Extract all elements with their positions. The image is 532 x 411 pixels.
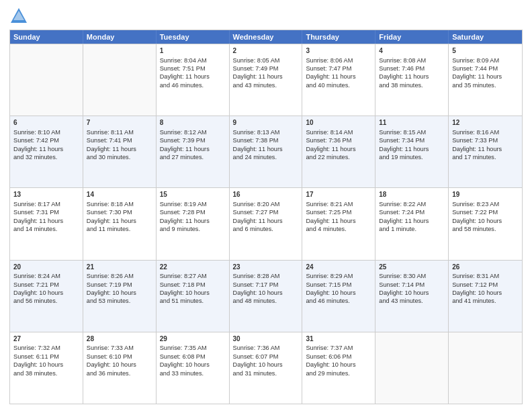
- day-info-line: Daylight: 11 hours: [306, 73, 371, 81]
- day-info-line: Sunset: 7:38 PM: [233, 136, 299, 144]
- day-info-line: Sunrise: 8:27 AM: [160, 272, 226, 280]
- day-info-line: Daylight: 10 hours: [87, 289, 152, 297]
- day-info-line: Sunset: 6:11 PM: [13, 353, 79, 361]
- day-info-line: Sunset: 7:39 PM: [160, 136, 226, 144]
- day-cell-21: 21Sunrise: 8:26 AMSunset: 7:19 PMDayligh…: [83, 261, 157, 332]
- day-info-line: and 41 minutes.: [452, 297, 519, 305]
- header: [9, 7, 523, 26]
- header-day-thursday: Thursday: [302, 30, 375, 44]
- day-info-line: Daylight: 10 hours: [379, 289, 445, 297]
- day-info-line: Sunrise: 7:32 AM: [13, 344, 79, 352]
- day-number: 29: [160, 334, 226, 344]
- day-cell-1: 1Sunrise: 8:04 AMSunset: 7:51 PMDaylight…: [157, 44, 230, 116]
- day-info-line: Sunset: 7:47 PM: [306, 64, 371, 73]
- day-info-line: and 48 minutes.: [233, 297, 299, 305]
- day-info-line: Daylight: 11 hours: [160, 73, 226, 81]
- calendar-row-2: 6Sunrise: 8:10 AMSunset: 7:42 PMDaylight…: [10, 116, 522, 187]
- day-info-line: Sunrise: 8:06 AM: [306, 56, 371, 64]
- day-info-line: Sunset: 7:34 PM: [379, 136, 445, 144]
- day-info-line: Sunset: 7:41 PM: [87, 136, 152, 144]
- day-info-line: Daylight: 11 hours: [160, 217, 226, 225]
- day-number: 16: [233, 190, 299, 199]
- day-info-line: Sunrise: 7:35 AM: [160, 344, 226, 352]
- day-number: 20: [13, 263, 79, 272]
- day-number: 28: [87, 334, 152, 344]
- day-number: 31: [306, 334, 371, 344]
- day-info-line: and 38 minutes.: [379, 81, 445, 89]
- day-cell-15: 15Sunrise: 8:19 AMSunset: 7:28 PMDayligh…: [157, 188, 230, 259]
- calendar-header: SundayMondayTuesdayWednesdayThursdayFrid…: [10, 30, 522, 44]
- day-info-line: and 36 minutes.: [87, 369, 152, 377]
- day-info-line: and 30 minutes.: [87, 153, 152, 161]
- day-info-line: and 14 minutes.: [13, 225, 79, 233]
- day-info-line: and 43 minutes.: [379, 297, 445, 305]
- day-info-line: and 11 minutes.: [87, 225, 152, 233]
- day-info-line: Daylight: 11 hours: [452, 145, 519, 153]
- day-cell-23: 23Sunrise: 8:28 AMSunset: 7:17 PMDayligh…: [230, 261, 303, 332]
- day-info-line: and 46 minutes.: [306, 297, 371, 305]
- day-info-line: and 35 minutes.: [452, 81, 519, 89]
- day-info-line: Sunrise: 8:24 AM: [13, 272, 79, 280]
- day-info-line: and 33 minutes.: [160, 369, 226, 377]
- day-info-line: Daylight: 11 hours: [233, 145, 299, 153]
- day-number: 9: [233, 118, 299, 128]
- day-number: 25: [379, 263, 445, 272]
- day-cell-2: 2Sunrise: 8:05 AMSunset: 7:49 PMDaylight…: [230, 44, 303, 116]
- day-info-line: and 38 minutes.: [13, 369, 79, 377]
- day-info-line: Daylight: 10 hours: [306, 361, 371, 369]
- day-info-line: and 53 minutes.: [87, 297, 152, 305]
- day-number: 15: [160, 190, 226, 199]
- day-cell-28: 28Sunrise: 7:33 AMSunset: 6:10 PMDayligh…: [83, 332, 157, 404]
- day-info-line: Daylight: 10 hours: [13, 289, 79, 297]
- logo-icon: [9, 7, 28, 26]
- day-info-line: and 58 minutes.: [452, 225, 519, 233]
- day-info-line: Daylight: 10 hours: [13, 361, 79, 369]
- day-info-line: Sunset: 7:24 PM: [379, 208, 445, 216]
- day-info-line: Daylight: 10 hours: [87, 361, 152, 369]
- day-info-line: Sunrise: 8:29 AM: [306, 272, 371, 280]
- day-info-line: Sunset: 7:31 PM: [13, 208, 79, 216]
- day-info-line: Sunset: 7:14 PM: [379, 281, 445, 289]
- day-info-line: Sunrise: 8:05 AM: [233, 56, 299, 64]
- day-info-line: Sunrise: 8:11 AM: [87, 128, 152, 136]
- header-day-wednesday: Wednesday: [230, 30, 303, 44]
- day-info-line: Sunrise: 8:12 AM: [160, 128, 226, 136]
- page: SundayMondayTuesdayWednesdayThursdayFrid…: [0, 0, 532, 411]
- calendar-body: 1Sunrise: 8:04 AMSunset: 7:51 PMDaylight…: [10, 44, 522, 404]
- day-info-line: Sunset: 7:49 PM: [233, 64, 299, 73]
- day-cell-13: 13Sunrise: 8:17 AMSunset: 7:31 PMDayligh…: [10, 188, 83, 259]
- day-number: 11: [379, 118, 445, 128]
- day-cell-12: 12Sunrise: 8:16 AMSunset: 7:33 PMDayligh…: [449, 116, 522, 187]
- day-info-line: Daylight: 10 hours: [452, 289, 519, 297]
- day-number: 6: [13, 118, 79, 128]
- day-info-line: Daylight: 11 hours: [306, 217, 371, 225]
- day-info-line: Daylight: 10 hours: [160, 289, 226, 297]
- day-info-line: Sunrise: 8:30 AM: [379, 272, 445, 280]
- day-number: 21: [87, 263, 152, 272]
- day-info-line: Daylight: 11 hours: [379, 73, 445, 81]
- day-info-line: Sunset: 7:18 PM: [160, 281, 226, 289]
- day-info-line: Daylight: 11 hours: [233, 217, 299, 225]
- day-number: 2: [233, 46, 299, 56]
- day-info-line: and 9 minutes.: [160, 225, 226, 233]
- empty-cell: [375, 332, 449, 404]
- day-info-line: Sunset: 7:44 PM: [452, 64, 519, 73]
- day-info-line: Daylight: 11 hours: [379, 217, 445, 225]
- day-cell-16: 16Sunrise: 8:20 AMSunset: 7:27 PMDayligh…: [230, 188, 303, 259]
- day-number: 19: [452, 190, 519, 199]
- day-number: 12: [452, 118, 519, 128]
- day-cell-29: 29Sunrise: 7:35 AMSunset: 6:08 PMDayligh…: [157, 332, 230, 404]
- day-info-line: and 31 minutes.: [233, 369, 299, 377]
- day-info-line: Sunset: 6:08 PM: [160, 353, 226, 361]
- day-info-line: Sunrise: 8:14 AM: [306, 128, 371, 136]
- day-info-line: Sunset: 7:30 PM: [87, 208, 152, 216]
- day-cell-9: 9Sunrise: 8:13 AMSunset: 7:38 PMDaylight…: [230, 116, 303, 187]
- day-info-line: Sunrise: 8:18 AM: [87, 200, 152, 208]
- day-cell-11: 11Sunrise: 8:15 AMSunset: 7:34 PMDayligh…: [375, 116, 449, 187]
- day-info-line: Sunrise: 7:37 AM: [306, 344, 371, 352]
- day-info-line: Sunset: 6:06 PM: [306, 353, 371, 361]
- day-cell-22: 22Sunrise: 8:27 AMSunset: 7:18 PMDayligh…: [157, 261, 230, 332]
- day-number: 5: [452, 46, 519, 56]
- day-info-line: Sunset: 7:15 PM: [306, 281, 371, 289]
- day-info-line: Sunset: 7:28 PM: [160, 208, 226, 216]
